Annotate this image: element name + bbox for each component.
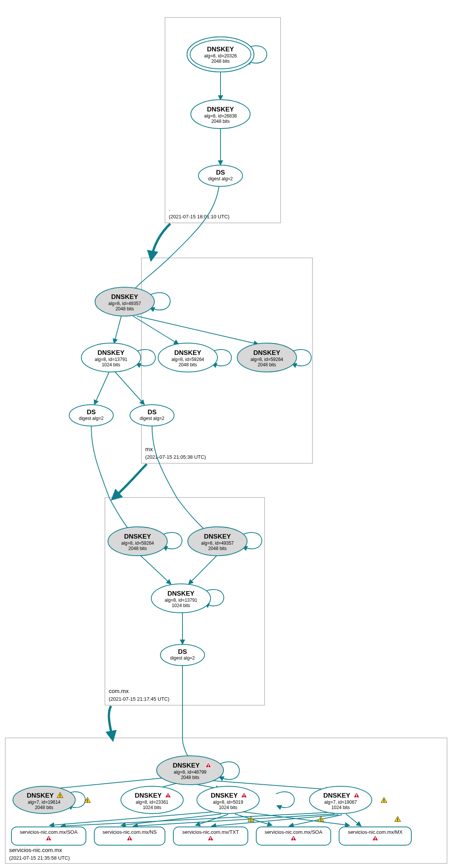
- svg-text:alg=8, id=59264: alg=8, id=59264: [121, 541, 154, 546]
- node-record-ns: servicios-nic.com.mx/NS: [94, 827, 165, 845]
- svg-text:1024 bits: 1024 bits: [331, 805, 350, 810]
- svg-text:alg=7, id=19614: alg=7, id=19614: [28, 800, 60, 805]
- svg-text:1024 bits: 1024 bits: [172, 603, 190, 608]
- svg-text:DS: DS: [178, 648, 187, 655]
- svg-text:alg=8, id=5019: alg=8, id=5019: [213, 800, 243, 805]
- node-dnskey-root-ksk: DNSKEY alg=8, id=20326 2048 bits: [187, 37, 254, 72]
- svg-rect-81: [356, 796, 357, 797]
- svg-text:alg=8, id=26838: alg=8, id=26838: [204, 113, 237, 119]
- svg-text:2048 bits: 2048 bits: [128, 546, 147, 551]
- svg-text:digest alg=2: digest alg=2: [79, 416, 103, 421]
- svg-rect-84: [384, 799, 384, 801]
- svg-text:servicios-nic.com.mx/MX: servicios-nic.com.mx/MX: [348, 829, 403, 835]
- svg-text:2048 bits: 2048 bits: [181, 775, 200, 780]
- node-dnskey-mx-zsk1: DNSKEY alg=8, id=13791 1024 bits: [81, 343, 141, 372]
- warning-icon: [395, 816, 401, 822]
- node-ds-root: DS digest alg=2: [198, 165, 243, 186]
- svg-rect-103: [210, 839, 211, 840]
- svg-rect-60: [60, 794, 60, 796]
- svg-text:DNSKEY: DNSKEY: [207, 46, 235, 53]
- svg-rect-102: [210, 837, 211, 839]
- svg-rect-55: [208, 766, 209, 767]
- svg-text:alg=8, id=59264: alg=8, id=59264: [171, 357, 204, 362]
- node-record-txt: servicios-nic.com.mx/TXT: [173, 827, 248, 845]
- svg-text:alg=8, id=49357: alg=8, id=49357: [201, 541, 234, 546]
- svg-text:alg=8, id=49357: alg=8, id=49357: [108, 301, 141, 306]
- svg-rect-54: [208, 764, 209, 766]
- svg-rect-80: [356, 794, 357, 796]
- node-dnskey-commx-1: DNSKEY alg=8, id=59264 2048 bits: [108, 527, 167, 556]
- svg-rect-74: [244, 794, 244, 796]
- svg-text:digest alg=2: digest alg=2: [140, 416, 164, 421]
- node-ds-mx-1: DS digest alg=2: [69, 405, 113, 426]
- svg-rect-65: [87, 801, 88, 802]
- node-dnskey-servicios-3: DNSKEY alg=8, id=5019 1024 bits: [197, 786, 259, 814]
- svg-rect-88: [320, 818, 321, 820]
- svg-text:DNSKEY: DNSKEY: [124, 533, 152, 540]
- node-dnskey-servicios-ksk: DNSKEY alg=8, id=48799 2048 bits: [157, 756, 224, 785]
- node-record-mx: servicios-nic.com.mx/MX: [339, 827, 411, 845]
- svg-rect-91: [397, 820, 398, 821]
- svg-text:2048 bits: 2048 bits: [35, 805, 54, 810]
- node-dnskey-commx-2: DNSKEY alg=8, id=49357 2048 bits: [188, 527, 247, 556]
- zone-mx-label: mx: [145, 446, 153, 452]
- svg-rect-61: [60, 796, 60, 797]
- zone-root-ts: (2021-07-15 18:01:10 UTC): [169, 214, 230, 219]
- svg-text:digest alg=2: digest alg=2: [170, 655, 195, 661]
- svg-rect-85: [384, 801, 384, 802]
- zone-servicios-ts: (2021-07-15 21:35:58 UTC): [9, 855, 70, 861]
- svg-rect-95: [48, 839, 49, 840]
- zone-servicios-label: servicios-nic.com.mx: [9, 847, 62, 853]
- svg-rect-64: [87, 799, 88, 801]
- svg-rect-106: [293, 837, 294, 839]
- node-record-soa-2: servicios-nic.com.mx/SOA: [256, 827, 331, 845]
- svg-text:alg=8, id=13791: alg=8, id=13791: [165, 598, 197, 603]
- node-dnskey-servicios-1: DNSKEY alg=7, id=19614 2048 bits: [13, 786, 75, 814]
- node-ds-commx: DS digest alg=2: [160, 644, 205, 666]
- svg-text:alg=8, id=59264: alg=8, id=59264: [251, 357, 283, 362]
- node-dnskey-root-zsk: DNSKEY alg=8, id=26838 2048 bits: [191, 100, 250, 129]
- svg-rect-86: [251, 818, 251, 820]
- node-dnskey-mx-extra: DNSKEY alg=8, id=59264 2048 bits: [237, 343, 297, 372]
- svg-text:2048 bits: 2048 bits: [116, 306, 134, 312]
- node-ds-mx-2: DS digest alg=2: [130, 405, 174, 426]
- svg-text:DNSKEY: DNSKEY: [254, 349, 281, 356]
- svg-text:DS: DS: [216, 169, 225, 176]
- svg-rect-107: [293, 839, 294, 840]
- svg-rect-69: [168, 796, 168, 797]
- svg-text:2048 bits: 2048 bits: [211, 119, 230, 124]
- node-dnskey-servicios-2: DNSKEY alg=8, id=23361 1024 bits: [121, 786, 183, 814]
- svg-text:DNSKEY: DNSKEY: [111, 293, 139, 300]
- warning-icon: [381, 797, 387, 803]
- svg-rect-89: [320, 820, 321, 821]
- svg-text:DNSKEY: DNSKEY: [211, 792, 238, 799]
- svg-text:alg=8, id=20326: alg=8, id=20326: [204, 53, 237, 59]
- svg-rect-75: [244, 796, 244, 797]
- svg-text:DNSKEY: DNSKEY: [135, 792, 162, 799]
- zone-commx-ts: (2021-07-15 21:17:45 UTC): [109, 696, 170, 702]
- dnssec-diagram: . (2021-07-15 18:01:10 UTC) mx (2021-07-…: [0, 0, 452, 868]
- svg-text:2048 bits: 2048 bits: [208, 546, 227, 551]
- svg-text:DNSKEY: DNSKEY: [174, 349, 202, 356]
- node-record-soa-1: servicios-nic.com.mx/SOA: [11, 827, 86, 845]
- svg-text:DNSKEY: DNSKEY: [98, 349, 125, 356]
- svg-text:digest alg=2: digest alg=2: [208, 176, 233, 181]
- svg-text:alg=8, id=48799: alg=8, id=48799: [174, 769, 206, 775]
- svg-text:DNSKEY: DNSKEY: [27, 792, 54, 799]
- svg-text:DNSKEY: DNSKEY: [204, 533, 232, 540]
- svg-text:1024 bits: 1024 bits: [143, 805, 162, 810]
- node-dnskey-mx-ksk: DNSKEY alg=8, id=49357 2048 bits: [95, 287, 154, 316]
- svg-text:DS: DS: [87, 409, 96, 416]
- svg-text:alg=7, id=19067: alg=7, id=19067: [324, 800, 357, 805]
- svg-text:servicios-nic.com.mx/SOA: servicios-nic.com.mx/SOA: [20, 829, 78, 835]
- svg-text:servicios-nic.com.mx/SOA: servicios-nic.com.mx/SOA: [265, 829, 322, 835]
- svg-text:1024 bits: 1024 bits: [102, 362, 121, 367]
- svg-text:2048 bits: 2048 bits: [211, 59, 230, 64]
- svg-text:DNSKEY: DNSKEY: [324, 792, 351, 799]
- svg-text:alg=8, id=23361: alg=8, id=23361: [136, 800, 168, 805]
- svg-text:2048 bits: 2048 bits: [179, 362, 197, 367]
- zone-commx-label: com.mx: [109, 688, 129, 694]
- zone-mx-ts: (2021-07-15 21:05:38 UTC): [145, 454, 206, 460]
- svg-rect-111: [375, 839, 376, 840]
- node-dnskey-mx-zsk2: DNSKEY alg=8, id=59264 2048 bits: [158, 343, 217, 372]
